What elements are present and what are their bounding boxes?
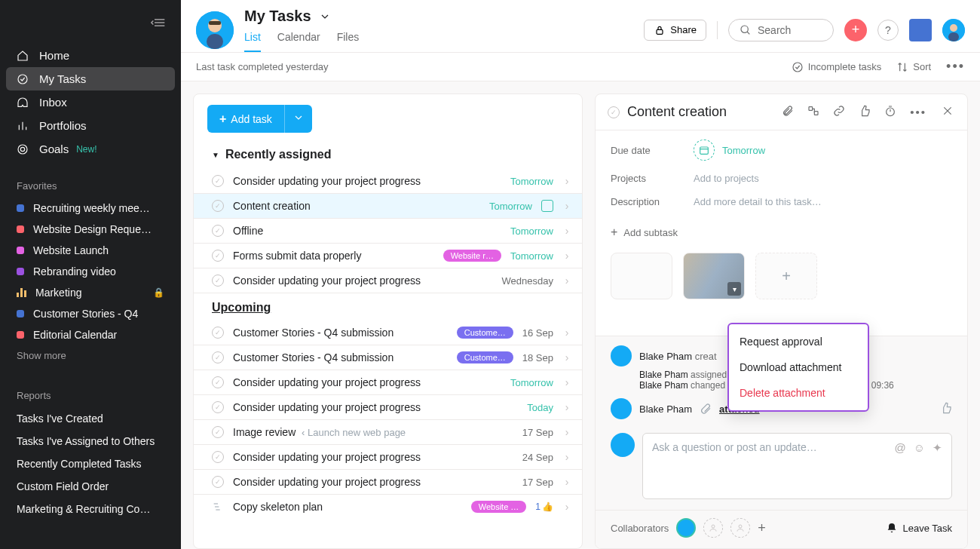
share-button[interactable]: Share (644, 20, 706, 41)
projects-placeholder[interactable]: Add to projects (694, 173, 759, 184)
complete-checkbox[interactable] (212, 200, 224, 212)
show-more-button[interactable]: Show more (0, 345, 181, 366)
link-icon[interactable] (833, 105, 845, 119)
add-collaborator-button[interactable]: + (758, 520, 766, 536)
task-row[interactable]: Consider updating your project progress … (194, 395, 582, 420)
emoji-icon[interactable]: ☺ (914, 441, 925, 491)
nav-inbox[interactable]: Inbox (0, 90, 181, 114)
nav-portfolios[interactable]: Portfolios (0, 114, 181, 137)
likes-count[interactable]: 1 👍 (535, 501, 553, 512)
task-row[interactable]: Consider updating your project progress … (194, 370, 582, 395)
project-pill[interactable]: Custome… (457, 351, 513, 363)
add-subtask-button[interactable]: + Add subtask (611, 213, 952, 250)
like-icon[interactable] (859, 105, 871, 119)
task-row[interactable]: Customer Stories - Q4 submission Custome… (194, 345, 582, 370)
task-row[interactable]: Consider updating your project progress … (194, 470, 582, 495)
complete-checkbox[interactable] (212, 426, 224, 438)
add-task-button[interactable]: + Add task (207, 105, 284, 133)
attachment-thumb[interactable] (611, 253, 672, 299)
collaborator-placeholder[interactable] (703, 518, 723, 538)
task-row[interactable]: Forms submit data properly Website r… To… (194, 244, 582, 268)
chevron-down-icon[interactable] (319, 11, 331, 23)
favorite-item[interactable]: Marketing🔒 (0, 282, 181, 303)
more-menu-button[interactable]: ••• (946, 59, 965, 75)
favorite-item[interactable]: Customer Stories - Q4 (0, 303, 181, 324)
complete-checkbox[interactable] (608, 106, 620, 118)
description-placeholder[interactable]: Add more detail to this task… (694, 196, 822, 207)
detail-title[interactable]: Content creation (627, 104, 774, 120)
complete-checkbox[interactable] (212, 351, 224, 363)
complete-checkbox[interactable] (212, 376, 224, 388)
complete-checkbox[interactable] (212, 175, 224, 187)
menu-download-attachment[interactable]: Download attachment (729, 354, 868, 380)
favorite-item[interactable]: Editorial Calendar (0, 324, 181, 345)
report-item[interactable]: Custom Field Order (0, 475, 181, 498)
favorite-item[interactable]: Rebranding video (0, 261, 181, 282)
project-pill[interactable]: Custome… (457, 327, 513, 339)
project-pill[interactable]: Website … (471, 501, 527, 513)
mention-icon[interactable]: @ (894, 441, 905, 491)
add-task-dropdown[interactable] (284, 105, 312, 133)
search-icon (740, 24, 752, 36)
complete-checkbox[interactable] (212, 476, 224, 488)
task-row[interactable]: Customer Stories - Q4 submission Custome… (194, 321, 582, 345)
like-icon[interactable] (940, 402, 952, 416)
org-switcher[interactable] (909, 19, 932, 41)
favorite-item[interactable]: Website Design Reque… (0, 219, 181, 240)
task-row[interactable]: Content creation Tomorrow › (194, 194, 582, 219)
menu-request-approval[interactable]: Request approval (729, 329, 868, 354)
report-item[interactable]: Marketing & Recruiting Co… (0, 498, 181, 520)
report-item[interactable]: Tasks I've Created (0, 407, 181, 430)
complete-checkbox[interactable] (212, 274, 224, 287)
tab-files[interactable]: Files (337, 31, 360, 52)
report-item[interactable]: Recently Completed Tasks (0, 452, 181, 475)
more-icon[interactable]: ••• (910, 106, 926, 118)
task-row[interactable]: Consider updating your project progress … (194, 445, 582, 470)
due-date-value[interactable]: Tomorrow (694, 140, 765, 161)
subtask-icon[interactable] (807, 105, 819, 119)
complete-checkbox[interactable] (212, 250, 224, 262)
tab-calendar[interactable]: Calendar (277, 31, 320, 52)
report-item[interactable]: Tasks I've Assigned to Others (0, 430, 181, 452)
comment-input[interactable]: Ask a question or post an update… @ ☺ ✦ (642, 433, 952, 499)
leave-task-button[interactable]: Leave Task (886, 522, 952, 534)
star-icon[interactable]: ✦ (933, 441, 942, 491)
favorite-item[interactable]: Recruiting weekly mee… (0, 198, 181, 219)
project-pill[interactable]: Website r… (443, 250, 501, 262)
user-avatar[interactable] (196, 11, 234, 49)
collaborator-avatar[interactable] (676, 518, 696, 538)
global-add-button[interactable]: + (844, 19, 867, 41)
nav-goals[interactable]: Goals New! (0, 137, 181, 161)
complete-checkbox[interactable] (212, 451, 224, 463)
task-row[interactable]: Image review ‹ Launch new web page 17 Se… (194, 420, 582, 445)
profile-avatar[interactable] (942, 19, 965, 41)
add-attachment-button[interactable]: + (755, 253, 817, 299)
task-row[interactable]: Offline Tomorrow › (194, 219, 582, 244)
timer-icon[interactable] (884, 105, 896, 119)
complete-checkbox[interactable] (212, 225, 224, 237)
sort-button[interactable]: Sort (896, 61, 931, 73)
svg-point-17 (950, 24, 957, 32)
attachment-icon[interactable] (782, 105, 794, 119)
attachment-thumb[interactable]: ▾ (683, 253, 745, 299)
complete-checkbox[interactable] (212, 327, 224, 339)
task-row[interactable]: Consider updating your project progress … (194, 169, 582, 194)
nav-my-tasks[interactable]: My Tasks (6, 67, 175, 90)
menu-delete-attachment[interactable]: Delete attachment (729, 380, 868, 406)
task-row[interactable]: Consider updating your project progress … (194, 268, 582, 293)
favorite-item[interactable]: Website Launch (0, 240, 181, 261)
attachment-menu-button[interactable]: ▾ (727, 282, 741, 296)
tab-list[interactable]: List (244, 31, 261, 52)
filter-incomplete[interactable]: Incomplete tasks (792, 61, 882, 73)
collaborator-placeholder[interactable] (730, 518, 750, 538)
complete-checkbox[interactable] (212, 401, 224, 413)
nav-home[interactable]: Home (0, 44, 181, 67)
section-recently-assigned[interactable]: ▼ Recently assigned (194, 143, 582, 169)
search-input[interactable]: Search (728, 19, 834, 41)
svg-point-7 (18, 145, 27, 154)
sidebar-collapse-button[interactable] (0, 8, 181, 44)
section-upcoming[interactable]: Upcoming (194, 293, 582, 321)
close-button[interactable] (940, 103, 955, 121)
task-row[interactable]: Copy skeleton plan Website … 1 👍 › (194, 495, 582, 519)
help-button[interactable]: ? (877, 20, 899, 41)
